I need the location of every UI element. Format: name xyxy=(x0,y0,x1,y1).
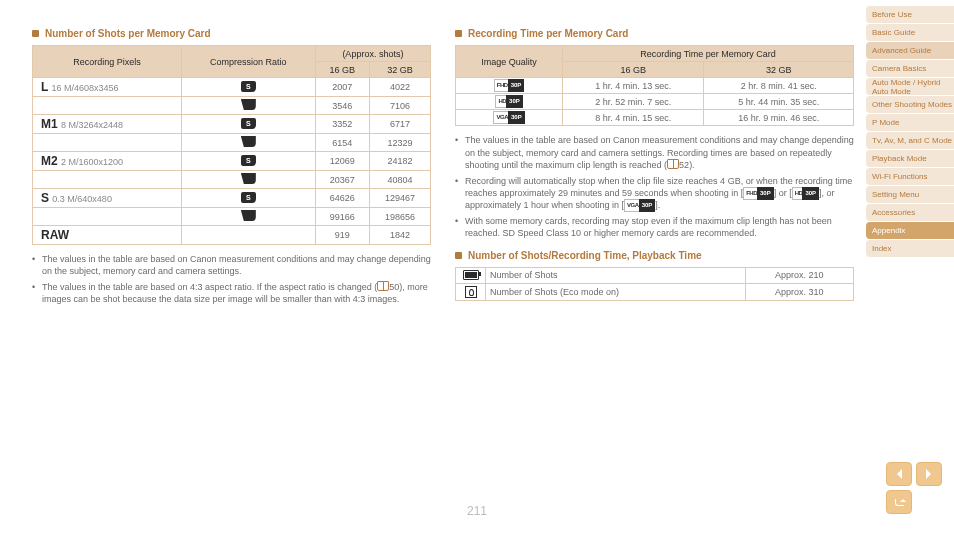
row-label xyxy=(33,97,182,115)
sidebar-item-accessories[interactable]: Accessories xyxy=(866,204,954,221)
movie-badge-icon: FHD30P xyxy=(494,80,525,91)
row-label xyxy=(33,208,182,226)
movies-table: Image Quality Recording Time per Memory … xyxy=(455,45,854,126)
fine-icon xyxy=(241,99,256,110)
shots-32gb: 12329 xyxy=(369,134,430,152)
right-column: Recording Time per Memory Card Image Qua… xyxy=(455,28,854,534)
bullet-icon xyxy=(455,252,462,259)
shots-32gb: 6717 xyxy=(369,115,430,134)
battery-icon-cell xyxy=(456,267,486,283)
th-ratio: Compression Ratio xyxy=(181,46,315,78)
rectime-32gb: 2 hr. 8 min. 41 sec. xyxy=(704,78,854,94)
row-label: RAW xyxy=(33,226,182,245)
th-pixels: Recording Pixels xyxy=(33,46,182,78)
th-quality: Image Quality xyxy=(456,46,563,78)
shots-32gb: 24182 xyxy=(369,152,430,171)
battery-full-icon xyxy=(463,270,479,280)
fhd30p-icon: FHD30P xyxy=(743,188,774,199)
sidebar-item-auto-mode-hybrid-auto-mode[interactable]: Auto Mode / Hybrid Auto Mode xyxy=(866,78,954,95)
shots-16gb: 20367 xyxy=(315,171,369,189)
quality-cell xyxy=(181,78,315,97)
shots-16gb: 99166 xyxy=(315,208,369,226)
quality-cell xyxy=(181,152,315,171)
sidebar-item-setting-menu[interactable]: Setting Menu xyxy=(866,186,954,203)
th-card2: 32 GB xyxy=(369,62,430,78)
row-label: M2 2 M/1600x1200 xyxy=(33,152,182,171)
section-title-battery: Number of Shots/Recording Time, Playback… xyxy=(455,250,854,261)
sidebar-item-index[interactable]: Index xyxy=(866,240,954,257)
quality-cell xyxy=(181,134,315,152)
sidebar-item-p-mode[interactable]: P Mode xyxy=(866,114,954,131)
fine-icon xyxy=(241,136,256,147)
hd30p-icon: HD30P xyxy=(792,188,819,199)
quality-cell xyxy=(181,97,315,115)
movie-notes: The values in the table are based on Can… xyxy=(455,134,854,239)
rectime-32gb: 16 hr. 9 min. 46 sec. xyxy=(704,110,854,126)
shots-32gb: 40804 xyxy=(369,171,430,189)
row-label xyxy=(33,171,182,189)
shots-32gb: 198656 xyxy=(369,208,430,226)
sidebar-item-appendix[interactable]: Appendix xyxy=(866,222,954,239)
quality-cell xyxy=(181,171,315,189)
shots-16gb: 3546 xyxy=(315,97,369,115)
row-label: S 0.3 M/640x480 xyxy=(33,189,182,208)
shots-notes: The values in the table are based on Can… xyxy=(32,253,431,306)
next-page-button[interactable] xyxy=(916,462,942,486)
return-icon xyxy=(893,497,905,507)
shots-16gb: 6154 xyxy=(315,134,369,152)
shots-16gb: 12069 xyxy=(315,152,369,171)
th-rectime: Recording Time per Memory Card xyxy=(563,46,854,62)
movie-quality: VGA30P xyxy=(456,110,563,126)
title-text: Number of Shots per Memory Card xyxy=(45,28,211,39)
row-label xyxy=(33,134,182,152)
sidebar-item-tv-av-m-and-c-mode[interactable]: Tv, Av, M, and C Mode xyxy=(866,132,954,149)
movie-badge-icon: VGA30P xyxy=(493,112,524,123)
rectime-16gb: 1 hr. 4 min. 13 sec. xyxy=(563,78,704,94)
sidebar-item-wi-fi-functions[interactable]: Wi-Fi Functions xyxy=(866,168,954,185)
note: The values in the table are based on 4:3… xyxy=(32,281,431,305)
sidebar: Before UseBasic GuideAdvanced GuideCamer… xyxy=(866,6,954,257)
superfine-icon xyxy=(241,81,256,92)
shots-32gb: 129467 xyxy=(369,189,430,208)
eco-icon xyxy=(465,286,477,298)
superfine-icon xyxy=(241,192,256,203)
vga30p-icon: VGA30P xyxy=(624,200,655,211)
th-shots-group: (Approx. shots) xyxy=(315,46,430,62)
shots-table: Recording Pixels Compression Ratio (Appr… xyxy=(32,45,431,245)
rectime-16gb: 2 hr. 52 min. 7 sec. xyxy=(563,94,704,110)
book-icon xyxy=(377,281,389,291)
battery-label: Number of Shots xyxy=(486,267,746,283)
bullet-icon xyxy=(32,30,39,37)
fine-icon xyxy=(241,173,256,184)
row-label: L 16 M/4608x3456 xyxy=(33,78,182,97)
page-number: 211 xyxy=(467,504,487,518)
return-button[interactable] xyxy=(886,490,912,514)
sidebar-item-advanced-guide[interactable]: Advanced Guide xyxy=(866,42,954,59)
row-label: M1 8 M/3264x2448 xyxy=(33,115,182,134)
title-text: Number of Shots/Recording Time, Playback… xyxy=(468,250,702,261)
shots-16gb: 64626 xyxy=(315,189,369,208)
sidebar-item-camera-basics[interactable]: Camera Basics xyxy=(866,60,954,77)
shots-32gb: 4022 xyxy=(369,78,430,97)
rectime-16gb: 8 hr. 4 min. 15 sec. xyxy=(563,110,704,126)
movie-quality: FHD30P xyxy=(456,78,563,94)
prev-page-button[interactable] xyxy=(886,462,912,486)
fine-icon xyxy=(241,210,256,221)
sidebar-item-before-use[interactable]: Before Use xyxy=(866,6,954,23)
battery-value: Approx. 310 xyxy=(745,283,853,300)
title-text: Recording Time per Memory Card xyxy=(468,28,628,39)
th-card2: 32 GB xyxy=(704,62,854,78)
sidebar-item-basic-guide[interactable]: Basic Guide xyxy=(866,24,954,41)
sidebar-item-playback-mode[interactable]: Playback Mode xyxy=(866,150,954,167)
shots-16gb: 2007 xyxy=(315,78,369,97)
book-icon xyxy=(667,159,679,169)
shots-32gb: 1842 xyxy=(369,226,430,245)
sidebar-item-other-shooting-modes[interactable]: Other Shooting Modes xyxy=(866,96,954,113)
section-title-shots: Number of Shots per Memory Card xyxy=(32,28,431,39)
note: Recording will automatically stop when t… xyxy=(455,175,854,211)
nav-buttons xyxy=(886,462,942,514)
movie-badge-icon: HD30P xyxy=(495,96,522,107)
shots-16gb: 919 xyxy=(315,226,369,245)
quality-cell xyxy=(181,208,315,226)
battery-table: Number of ShotsApprox. 210Number of Shot… xyxy=(455,267,854,301)
